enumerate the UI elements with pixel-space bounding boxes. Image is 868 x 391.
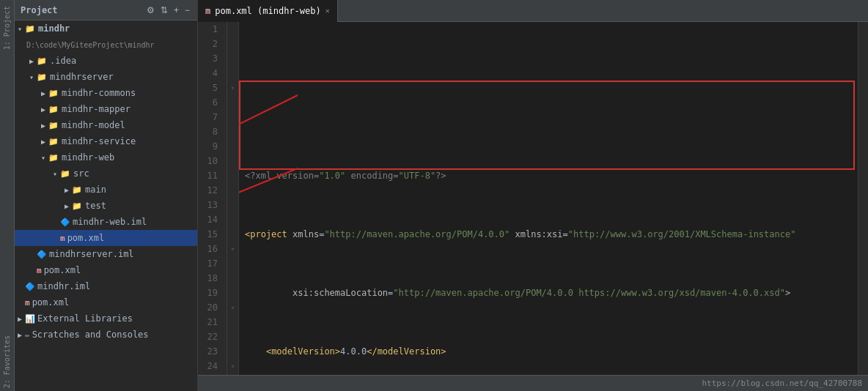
tree-item-mindhr-web[interactable]: ▾ 📁 mindhr-web bbox=[15, 149, 197, 165]
line-numbers: 1 2 3 4 5 6 7 8 9 10 11 12 13 14 15 16 1… bbox=[198, 22, 227, 375]
tree-item-commons[interactable]: ▶ 📁 mindhr-commons bbox=[15, 85, 197, 101]
tree-item-pom-xml-root[interactable]: m pom.xml bbox=[15, 294, 197, 310]
status-bar: https://blog.csdn.net/qq_42700788 bbox=[198, 375, 868, 391]
tab-bar: m pom.xml (mindhr-web) ✕ bbox=[198, 0, 868, 22]
scrollbar-indicator[interactable] bbox=[858, 22, 868, 375]
tree-item-mindhr-iml[interactable]: 🔷 mindhr.iml bbox=[15, 278, 197, 294]
sidebar-header: Project ⚙ ⇅ + − bbox=[15, 0, 197, 21]
code-line-3: xsi:schemaLocation="http://maven.apache.… bbox=[245, 286, 852, 300]
tree-item-pom-xml-server[interactable]: m pom.xml bbox=[15, 262, 197, 278]
tree-item-test[interactable]: ▶ 📁 test bbox=[15, 198, 197, 214]
left-tab-project[interactable]: 1: Project bbox=[1, 3, 12, 53]
left-panel-tabs: 1: Project 2: Favorites bbox=[0, 0, 15, 391]
tree-item-service[interactable]: ▶ 📁 mindhr-service bbox=[15, 133, 197, 149]
highlight-box bbox=[239, 81, 855, 170]
tree-item-main[interactable]: ▶ 📁 main bbox=[15, 182, 197, 198]
status-url: https://blog.csdn.net/qq_42700788 bbox=[702, 379, 862, 388]
code-line-4: <modelVersion>4.0.0</modelVersion> bbox=[245, 344, 852, 359]
code-editor[interactable]: 1 2 3 4 5 6 7 8 9 10 11 12 13 14 15 16 1… bbox=[198, 22, 868, 375]
tree-item-mindhrserver-iml[interactable]: 🔷 mindhrserver.iml bbox=[15, 246, 197, 262]
sidebar-title: Project bbox=[21, 5, 58, 15]
fold-gutter: ▿ ▿ ▿ ▿ bbox=[227, 22, 239, 375]
tab-close-icon[interactable]: ✕ bbox=[326, 7, 330, 15]
tree-item-idea[interactable]: ▶ 📁 .idea bbox=[15, 53, 197, 69]
file-tree: ▾ 📁 mindhr D:\code\MyGiteeProject\mindhr… bbox=[15, 21, 197, 391]
main-editor-area: m pom.xml (mindhr-web) ✕ 1 2 3 4 5 6 7 8… bbox=[198, 0, 868, 391]
code-line-2: <project xmlns="http://maven.apache.org/… bbox=[245, 227, 852, 242]
expand-icon[interactable]: + bbox=[172, 5, 180, 15]
tree-item-model[interactable]: ▶ 📁 mindhr-model bbox=[15, 117, 197, 133]
arrow-overlay bbox=[239, 22, 868, 375]
tab-pom-xml[interactable]: m pom.xml (mindhr-web) ✕ bbox=[198, 0, 338, 22]
left-tab-favorites[interactable]: 2: Favorites bbox=[1, 332, 12, 391]
tree-item-mindhrserver[interactable]: ▾ 📁 mindhrserver bbox=[15, 69, 197, 85]
tree-item-src[interactable]: ▾ 📁 src bbox=[15, 165, 197, 182]
tree-item-mindhr-web-iml[interactable]: 🔷 mindhr-web.iml bbox=[15, 214, 197, 230]
tree-item-path: D:\code\MyGiteeProject\mindhr bbox=[15, 37, 197, 53]
tree-item-scratches[interactable]: ▶ ✏ Scratches and Consoles bbox=[15, 327, 197, 343]
code-line-1: <?xml version="1.0" encoding="UTF-8"?> bbox=[245, 168, 852, 183]
sidebar-toolbar: ⚙ ⇅ + − bbox=[145, 5, 191, 15]
settings-icon[interactable]: ⚙ bbox=[145, 5, 156, 15]
tree-item-pom-xml-web[interactable]: m pom.xml bbox=[15, 230, 197, 246]
sort-icon[interactable]: ⇅ bbox=[159, 5, 169, 15]
project-sidebar: Project ⚙ ⇅ + − ▾ 📁 mindhr D:\code\MyGit… bbox=[15, 0, 198, 391]
tree-item-mapper[interactable]: ▶ 📁 mindhr-mapper bbox=[15, 101, 197, 117]
code-content: <?xml version="1.0" encoding="UTF-8"?> <… bbox=[239, 22, 858, 375]
tree-item-mindhr[interactable]: ▾ 📁 mindhr bbox=[15, 21, 197, 37]
collapse-icon[interactable]: − bbox=[183, 5, 191, 15]
tree-item-external-libs[interactable]: ▶ 📊 External Libraries bbox=[15, 310, 197, 327]
